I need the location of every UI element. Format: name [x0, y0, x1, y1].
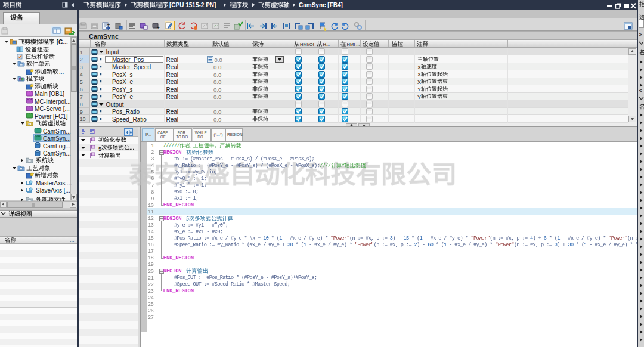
- svg-text:±: ±: [107, 23, 110, 27]
- svg-text:±: ±: [157, 25, 160, 30]
